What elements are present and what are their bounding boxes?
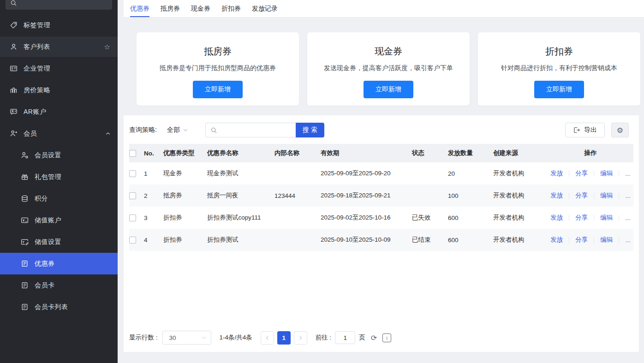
coupon-type-cards: 抵房券 抵房券是专门用于抵扣房型商品的优惠券 立即新增 现金券 发送现金券，提高…: [137, 32, 640, 106]
card-title: 抵房券: [137, 45, 299, 58]
edit-link[interactable]: 编辑: [600, 214, 613, 222]
table-settings-button[interactable]: ⚙: [611, 123, 629, 137]
coupon-list-panel: 查询策略: 全部 搜 索 导出: [124, 115, 639, 352]
query-strategy-label: 查询策略:: [129, 126, 157, 134]
sidebar-item-label: 礼包管理: [35, 173, 61, 181]
edit-link[interactable]: 编辑: [600, 191, 613, 200]
add-room-voucher-button[interactable]: 立即新增: [193, 81, 243, 98]
card-description: 抵房券是专门用于抵扣房型商品的优惠券: [137, 64, 299, 72]
more-link[interactable]: ...: [625, 192, 630, 199]
gift-icon: [20, 173, 29, 181]
share-link[interactable]: 分享: [575, 236, 588, 244]
cell-no: 1: [144, 162, 163, 184]
card-cash-voucher: 现金券 发送现金券，提高客户活跃度，吸引客户下单 立即新增: [307, 32, 470, 106]
col-coupon-name: 优惠券名称: [207, 144, 274, 162]
id-card-icon: [9, 65, 18, 73]
add-cash-voucher-button[interactable]: 立即新增: [364, 81, 413, 98]
refresh-icon[interactable]: ⟳: [371, 333, 377, 342]
issue-link[interactable]: 发放: [550, 169, 563, 178]
cell-source: 开发者机构: [493, 207, 548, 229]
user-gear-icon: [20, 151, 29, 160]
row-checkbox[interactable]: [129, 170, 136, 177]
tab-coupons[interactable]: 优惠券: [130, 5, 149, 17]
sidebar-item-coupons[interactable]: 优惠券: [0, 253, 118, 274]
strategy-select[interactable]: 全部: [167, 126, 188, 134]
row-checkbox[interactable]: [129, 192, 136, 199]
sidebar-item-label: 企业管理: [24, 65, 50, 73]
rows-per-page-label: 显示行数 :: [129, 333, 158, 342]
rows-per-page-value: 30: [169, 334, 176, 341]
cell-name: 折扣券测试: [207, 229, 274, 251]
add-discount-voucher-button[interactable]: 立即新增: [534, 81, 584, 98]
sidebar-item-member-card-list[interactable]: 会员卡列表: [0, 296, 118, 318]
sidebar-item-label: 储值设置: [35, 238, 61, 246]
document-icon: [20, 303, 29, 311]
cell-type: 抵房券: [163, 184, 207, 207]
card-title: 现金券: [307, 45, 470, 58]
cell-no: 4: [144, 229, 163, 251]
edit-link[interactable]: 编辑: [600, 169, 613, 178]
sidebar-item-member-card[interactable]: 会员卡: [0, 274, 118, 296]
sidebar-item-gift-management[interactable]: 礼包管理: [0, 166, 118, 188]
tab-cash-voucher[interactable]: 现金券: [191, 5, 210, 17]
share-link[interactable]: 分享: [575, 191, 588, 200]
next-page-button[interactable]: [294, 331, 307, 345]
prev-page-button[interactable]: [261, 331, 274, 345]
sidebar: 标签管理 客户列表 ☆ 企业管理 房价策略 AR账户 会员 会员设置: [0, 0, 118, 363]
more-link[interactable]: ...: [625, 214, 630, 221]
sidebar-item-ar-account[interactable]: AR账户: [0, 101, 118, 123]
sidebar-item-points[interactable]: 积分: [0, 188, 118, 209]
issue-link[interactable]: 发放: [550, 214, 563, 222]
star-icon[interactable]: ☆: [104, 43, 110, 51]
sidebar-item-tag-management[interactable]: 标签管理: [0, 14, 118, 36]
sidebar-item-stored-value-account[interactable]: 储值账户: [0, 209, 118, 231]
sidebar-item-member[interactable]: 会员: [0, 123, 118, 144]
card-description: 发送现金券，提高客户活跃度，吸引客户下单: [307, 64, 470, 72]
sidebar-item-member-settings[interactable]: 会员设置: [0, 144, 118, 166]
row-checkbox[interactable]: [129, 237, 136, 244]
tab-issue-records[interactable]: 发放记录: [252, 5, 278, 17]
issue-link[interactable]: 发放: [550, 191, 563, 200]
cell-name: 现金券测试: [207, 162, 274, 184]
sidebar-search-input[interactable]: [6, 0, 112, 10]
sidebar-item-room-price-strategy[interactable]: 房价策略: [0, 79, 118, 101]
edit-link[interactable]: 编辑: [600, 236, 613, 244]
sidebar-item-label: AR账户: [24, 108, 46, 116]
cell-name: 抵房一间夜: [207, 184, 274, 207]
page-body: 抵房券 抵房券是专门用于抵扣房型商品的优惠券 立即新增 现金券 发送现金券，提高…: [124, 18, 644, 363]
sidebar-item-enterprise-management[interactable]: 企业管理: [0, 58, 118, 79]
cell-name: 折扣券测试copy111: [207, 207, 274, 229]
current-page-button[interactable]: 1: [277, 331, 291, 345]
table-header-row: No. 优惠券类型 优惠券名称 内部名称 有效期 状态 发放数量 创建来源 操作: [129, 144, 633, 162]
goto-page-input[interactable]: [335, 331, 355, 344]
card-discount-voucher: 折扣券 针对商品进行折扣，有利于控制营销成本 立即新增: [478, 32, 640, 106]
sidebar-item-customer-list[interactable]: 客户列表 ☆: [0, 36, 118, 58]
select-all-checkbox[interactable]: [129, 150, 136, 157]
export-label: 导出: [584, 126, 597, 134]
cell-source: 开发者机构: [493, 229, 548, 251]
more-link[interactable]: ...: [625, 170, 630, 177]
search-group: 搜 索: [205, 123, 324, 137]
more-link[interactable]: ...: [625, 237, 630, 244]
col-valid-period: 有效期: [321, 144, 412, 162]
sidebar-item-label: 客户列表: [24, 43, 50, 51]
tab-room-voucher[interactable]: 抵房券: [161, 5, 180, 17]
chevron-up-icon: [106, 130, 110, 137]
issue-link[interactable]: 发放: [550, 236, 563, 244]
cell-qty: 100: [448, 184, 493, 207]
share-link[interactable]: 分享: [575, 169, 588, 178]
rows-per-page-select[interactable]: 30: [162, 331, 211, 345]
cell-status: [412, 162, 448, 184]
tab-discount-voucher[interactable]: 折扣券: [221, 5, 241, 17]
cell-source: 开发者机构: [493, 184, 548, 207]
cell-type: 折扣券: [163, 229, 207, 251]
column-settings-icon[interactable]: ↕: [382, 333, 391, 342]
search-input[interactable]: [205, 123, 296, 137]
row-checkbox[interactable]: [129, 214, 136, 221]
col-actions: 操作: [548, 144, 633, 162]
search-button[interactable]: 搜 索: [296, 123, 324, 137]
sidebar-item-label: 会员设置: [35, 151, 61, 160]
sidebar-item-stored-value-settings[interactable]: 储值设置: [0, 231, 118, 253]
share-link[interactable]: 分享: [575, 214, 588, 222]
export-button[interactable]: 导出: [565, 123, 605, 137]
